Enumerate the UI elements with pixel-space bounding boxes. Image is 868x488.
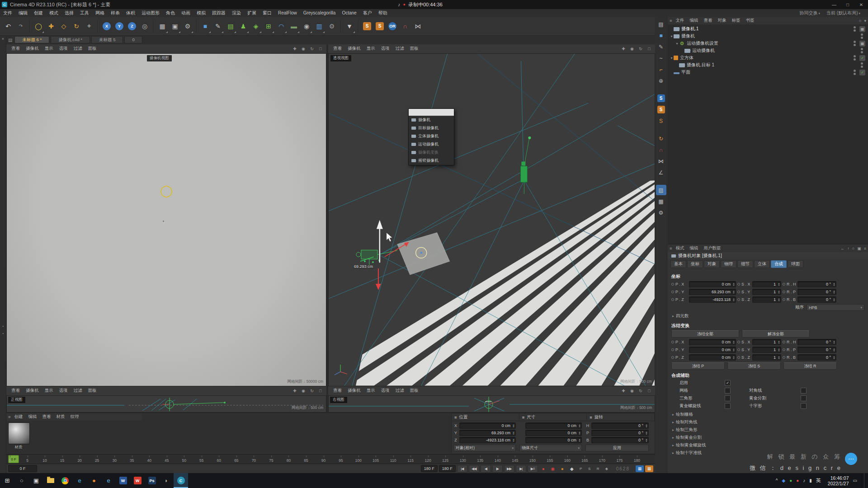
viewport-menu-item-3[interactable]: 选项 [57, 388, 71, 394]
mograph-menu[interactable]: ▤ [224, 19, 237, 34]
twist-tool-icon[interactable]: ↻ [656, 133, 666, 144]
viewport-menu-item-2[interactable]: 显示 [42, 46, 56, 52]
coords-mode-dropdown[interactable]: 对象(相对)▾ [453, 445, 516, 451]
om-search-icon[interactable]: ○ [859, 19, 861, 23]
attribute-tab-2[interactable]: 对象 [704, 260, 720, 268]
last-tool-used[interactable]: ✚ [83, 19, 95, 34]
add-deformer[interactable]: ◠ [275, 19, 288, 34]
coord-p-field[interactable]: -4923.118▲▼ [689, 296, 736, 303]
menubar-item-7[interactable]: 样条 [108, 9, 123, 17]
prev-key-button[interactable]: ◀◀ [469, 465, 479, 473]
word-icon[interactable]: W [116, 473, 130, 488]
lock-x-axis[interactable]: X [100, 19, 113, 34]
add-spline-pen[interactable]: ✎ [212, 19, 224, 34]
scale-tool[interactable]: ◇ [57, 19, 70, 34]
viewport-menu-item-0[interactable]: 查看 [330, 388, 344, 394]
close-button[interactable]: ✕ [854, 0, 868, 9]
record-button[interactable]: ● [539, 465, 547, 472]
attribute-tab-1[interactable]: 坐标 [687, 260, 703, 268]
render-picture-viewer-button[interactable]: ▣ [169, 19, 181, 34]
quaternion-collapsed-row[interactable]: ▸四元数 [671, 312, 864, 320]
option-checkbox[interactable] [801, 388, 807, 394]
visibility-toggles[interactable] [854, 55, 856, 61]
settings-gear-icon[interactable]: ⚙ [656, 207, 666, 218]
goto-end-button[interactable]: ▶≡ [528, 465, 538, 473]
freeze-r-button[interactable]: 冻结 R [783, 362, 837, 370]
freeze-p-field[interactable]: 0 cm▲▼ [689, 354, 736, 361]
add-camera[interactable]: ◉ [300, 19, 313, 34]
substance-orange-icon[interactable]: S [656, 104, 666, 115]
selected-camera-rig[interactable] [356, 250, 397, 265]
display-mode-menu[interactable]: ▥ [313, 19, 326, 34]
menubar-item-15[interactable]: 扩展 [244, 9, 259, 17]
record-rotation-toggle[interactable]: R [594, 465, 602, 472]
freeze-p-button[interactable]: 冻结 P [671, 362, 725, 370]
tray-expand-icon[interactable]: ^ [776, 478, 778, 483]
viewport-menu-item-0[interactable]: 查看 [9, 388, 23, 394]
substance-dark-icon[interactable]: S [656, 116, 666, 126]
motion-camera-object[interactable] [520, 136, 531, 194]
visibility-toggles[interactable] [854, 41, 856, 46]
rotation-field[interactable]: 0 °▲▼ [591, 422, 649, 429]
viewport-tab-1[interactable]: 摄像机.c4d * [51, 36, 90, 43]
mirror-tool[interactable]: ⋈ [411, 19, 424, 34]
timeline-ruler[interactable]: 0 F 051015202530354045505560657075808590… [6, 454, 655, 464]
toggle-view-icon[interactable]: □ [646, 388, 653, 394]
object-row[interactable]: 摄像机.目标 1 [668, 61, 868, 69]
menubar-item-5[interactable]: 工具 [77, 9, 92, 17]
rotation-field[interactable]: 0 °▲▼ [591, 430, 649, 436]
om-filter-icon[interactable]: ▾ [864, 19, 866, 23]
tray-volume-icon[interactable]: ♪ [803, 478, 805, 483]
menubar-item-19[interactable]: Octane [339, 9, 359, 17]
pan-view-icon[interactable]: ✚ [291, 46, 298, 52]
workplane-icon[interactable]: ▦ [656, 196, 666, 206]
om-menu-item-1[interactable]: 编辑 [687, 18, 701, 23]
menubar-item-10[interactable]: 角色 [163, 9, 178, 17]
menubar-item-18[interactable]: Greyscalegorilla [300, 9, 339, 17]
visibility-toggles[interactable] [861, 62, 863, 68]
viewport-menu-item-4[interactable]: 过滤 [393, 46, 407, 52]
menubar-item-13[interactable]: 跟踪器 [209, 9, 229, 17]
freeze-r-field[interactable]: 0 °▲▼ [797, 347, 836, 353]
close-panel-icon[interactable]: × [2, 37, 4, 41]
lock-y-axis[interactable]: Y [113, 19, 126, 34]
am-hamburger-icon[interactable]: ≡ [670, 246, 672, 251]
viewport-menu-item-1[interactable]: 摄像机 [23, 388, 42, 394]
unfreeze-all-button[interactable]: 解冻全部 [742, 330, 810, 338]
zoom-view-icon[interactable]: ◉ [628, 388, 636, 394]
rotate-tool[interactable]: ↻ [70, 19, 83, 34]
tray-app2-icon[interactable]: ● [796, 478, 799, 483]
pen-icon[interactable]: ✎ [656, 42, 666, 52]
composition-tag-icon[interactable]: ▦ [859, 26, 865, 32]
render-settings-button[interactable]: ⚙ [181, 19, 194, 34]
rotate-view-icon[interactable]: ↻ [308, 388, 316, 394]
freeze-s-field[interactable]: 1▲▼ [752, 339, 781, 345]
menubar-item-20[interactable]: 客户 [360, 9, 375, 17]
next-key-button[interactable]: ▶| [516, 465, 526, 473]
zoom-view-icon[interactable]: ◉ [628, 46, 636, 52]
context-menu-item-4[interactable]: 摄像机变换 [409, 149, 454, 157]
toggle-view-icon[interactable]: □ [317, 46, 324, 52]
display-tag-icon[interactable]: ✓ [859, 70, 865, 75]
menubar-item-0[interactable]: 文件 [0, 9, 15, 17]
task-view-icon[interactable]: ▣ [29, 473, 43, 488]
magnet-icon[interactable]: ∩ [656, 145, 666, 155]
enable-checkbox[interactable]: ✓ [725, 380, 731, 386]
coord-s-field[interactable]: 1▲▼ [752, 281, 781, 287]
om-menu-item-2[interactable]: 查看 [701, 18, 715, 23]
freeze-r-field[interactable]: 0 °▲▼ [797, 339, 836, 345]
collapsed-group-4[interactable]: ▸绘制黄金螺旋线 [671, 441, 864, 449]
menubar-right-item-1[interactable]: 当前 (默认布局)▾ [823, 9, 863, 17]
collapsed-group-5[interactable]: ▸绘制十字准线 [671, 449, 864, 457]
am-menu-item-0[interactable]: 模式 [673, 245, 687, 251]
viewport-menu-item-5[interactable]: 面板 [85, 388, 99, 394]
next-frame-button[interactable]: ▶▶ [504, 465, 514, 473]
coord-r-field[interactable]: 0 °▲▼ [797, 289, 836, 295]
file-explorer-icon[interactable] [43, 473, 58, 488]
materials-menu-item-4[interactable]: 纹理 [68, 414, 82, 420]
coord-r-field[interactable]: 0 °▲▼ [797, 281, 836, 287]
octane-render-icon[interactable]: OR [386, 19, 399, 34]
freeze-r-field[interactable]: 0 °▲▼ [797, 354, 836, 361]
option-checkbox[interactable] [725, 403, 731, 409]
negative-y-axis-handle[interactable] [376, 268, 381, 290]
